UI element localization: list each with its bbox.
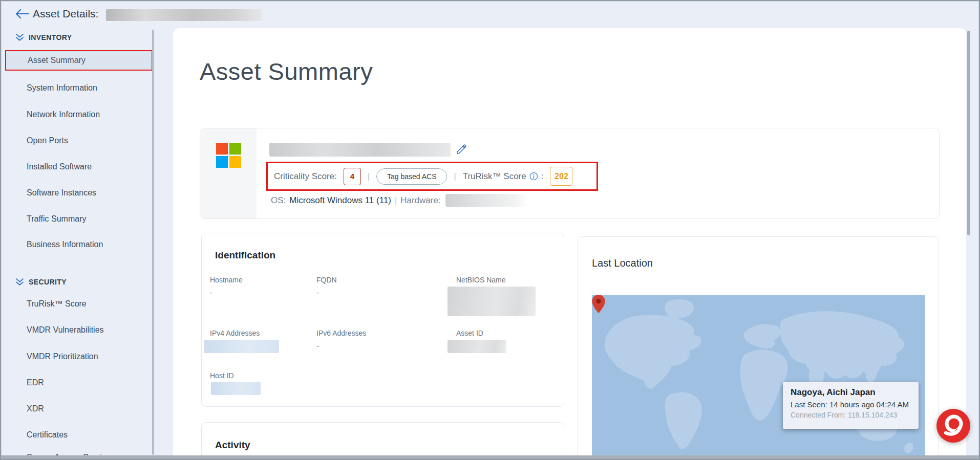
redacted-ipv4-value	[204, 340, 279, 353]
header-bar: Asset Details:	[1, 1, 979, 27]
sidebar-item-software-instances[interactable]: Software Instances	[1, 187, 155, 199]
redacted-asset-name-header	[106, 9, 262, 21]
section-heading: Asset Summary	[200, 57, 373, 85]
location-tooltip: Nagoya, Aichi Japan Last Seen: 14 hours …	[783, 382, 919, 429]
redacted-hardware-value	[445, 194, 528, 207]
sidebar-item-system-information[interactable]: System Information	[1, 82, 155, 94]
redacted-asset-id-value	[448, 340, 506, 353]
os-label: OS:	[271, 195, 286, 206]
sidebar-item-vmdr-vulnerabilities[interactable]: VMDR Vulnerabilities	[1, 324, 155, 336]
sidebar-item-vmdr-prioritization[interactable]: VMDR Prioritization	[1, 351, 155, 363]
activity-title: Activity	[215, 440, 250, 451]
sidebar-nav: INVENTORY Asset Summary System Informati…	[1, 27, 173, 459]
sidebar-item-asset-summary[interactable]: Asset Summary	[5, 50, 153, 71]
double-chevron-down-icon	[15, 278, 24, 287]
hardware-label: Hardware:	[400, 195, 440, 206]
activity-card: Activity	[201, 422, 564, 455]
redacted-asset-name	[269, 143, 451, 157]
colon: :	[541, 171, 544, 182]
asset-header-card: Criticality Score: 4 | Tag based ACS | T…	[200, 128, 940, 219]
info-icon[interactable]	[529, 172, 538, 181]
field-hostname: Hostname -	[210, 276, 243, 297]
sidebar-item-network-information[interactable]: Network Information	[1, 108, 155, 121]
field-ipv6-addresses: IPv6 Addresses -	[316, 329, 366, 350]
asset-os-logo-panel	[200, 128, 257, 218]
last-location-title: Last Location	[592, 257, 653, 269]
os-hardware-line: OS: Microsoft Windows 11 (11) | Hardware…	[271, 194, 528, 207]
identification-card: Identification Hostname - FQDN - NetBIOS…	[201, 233, 564, 407]
separator: |	[395, 196, 397, 205]
sidebar-item-xdr[interactable]: XDR	[1, 403, 155, 415]
os-value: Microsoft Windows 11 (11)	[289, 195, 391, 206]
last-location-card: Last Location	[578, 236, 939, 455]
field-fqdn: FQDN -	[316, 276, 337, 297]
back-arrow-icon[interactable]	[14, 8, 30, 19]
asset-details-window: Asset Details: INVENTORY Asset Summary S…	[0, 0, 980, 460]
trurisk-score-value: 202	[550, 167, 572, 186]
sidebar-scrollbar[interactable]	[152, 30, 154, 455]
trurisk-score-label: TruRisk™ Score	[463, 171, 526, 182]
sidebar-item-traffic-summary[interactable]: Traffic Summary	[1, 213, 155, 225]
separator: |	[454, 172, 456, 181]
tooltip-location: Nagoya, Aichi Japan	[791, 387, 911, 398]
double-chevron-down-icon	[15, 33, 24, 42]
tag-based-acs-button[interactable]: Tag based ACS	[376, 168, 448, 185]
qualys-logo-button[interactable]	[936, 409, 970, 443]
tooltip-connected-from: Connected From: 118.15.104.243	[791, 411, 911, 419]
redacted-netbios-value	[448, 287, 536, 316]
sidebar-item-installed-software[interactable]: Installed Software	[1, 161, 155, 173]
sidebar-section-security[interactable]: SECURITY	[15, 275, 67, 289]
location-pin-icon	[592, 295, 605, 313]
criticality-score-label: Criticality Score:	[274, 171, 337, 182]
vertical-scrollbar[interactable]	[967, 31, 970, 235]
sidebar-item-certificates[interactable]: Certificates	[1, 429, 155, 441]
qualys-q-icon	[936, 409, 970, 443]
world-map: Nagoya, Aichi Japan Last Seen: 14 hours …	[592, 295, 925, 455]
identification-title: Identification	[215, 250, 275, 261]
sidebar-item-trurisk-score[interactable]: TruRisk™ Score	[1, 298, 155, 310]
world-map-continents	[592, 295, 925, 455]
main-content-panel: Asset Summary Criticality Score: 4 | Tag…	[173, 28, 966, 455]
sidebar-item-edr[interactable]: EDR	[1, 377, 155, 389]
sidebar-item-business-information[interactable]: Business Information	[1, 238, 155, 251]
page-title: Asset Details:	[33, 8, 98, 20]
redacted-host-id-value	[211, 382, 261, 395]
separator: |	[368, 172, 370, 181]
annotation-box-scores: Criticality Score: 4 | Tag based ACS | T…	[266, 162, 598, 191]
tooltip-last-seen: Last Seen: 14 hours ago 04:24 AM	[791, 400, 911, 409]
sidebar-item-open-ports[interactable]: Open Ports	[1, 135, 155, 147]
criticality-score-value: 4	[344, 168, 361, 185]
horizontal-scrollbar[interactable]	[1, 455, 979, 459]
microsoft-logo-icon	[216, 143, 241, 168]
field-asset-id: Asset ID	[456, 329, 483, 341]
sidebar-section-inventory[interactable]: INVENTORY	[15, 31, 72, 44]
edit-pencil-icon[interactable]	[455, 143, 467, 156]
